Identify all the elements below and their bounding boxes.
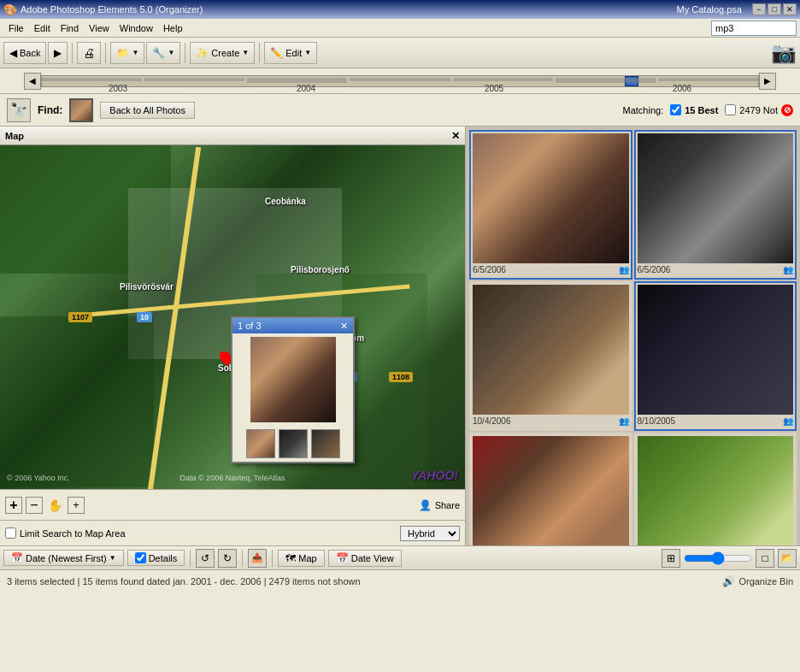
popup-thumb-2[interactable] — [279, 429, 308, 458]
photo-date-2: 6/5/2006 — [638, 265, 671, 274]
zoom-in-button[interactable]: + — [5, 497, 22, 514]
photo-item-4[interactable]: 8/10/2005 👥 — [634, 281, 797, 431]
popup-close-button[interactable]: ✕ — [340, 321, 348, 332]
maximize-button[interactable]: □ — [768, 3, 781, 15]
close-button[interactable]: ✕ — [783, 3, 797, 15]
not-count: 2479 Not — [739, 105, 778, 115]
menu-find[interactable]: Find — [56, 21, 84, 35]
share-area[interactable]: 👤 Share — [419, 499, 460, 511]
photo-date-3: 10/4/2006 — [473, 416, 511, 426]
single-view-button[interactable]: □ — [756, 549, 774, 568]
details-checkbox-input[interactable] — [135, 552, 146, 563]
timeline: ◀ ▶ 2003 2004 2005 2006 — [0, 68, 800, 94]
menu-file[interactable]: File — [3, 21, 29, 35]
photo-date-1: 6/5/2006 — [473, 265, 506, 274]
popup-title: 1 of 3 — [238, 321, 262, 331]
map-label-pilisborosjeno: Pilisborosjenő — [291, 265, 350, 274]
back-arrow-icon: ◀ — [9, 47, 17, 59]
zoom-slider[interactable] — [684, 551, 752, 565]
popup-thumbnails — [232, 426, 353, 462]
toolbar: ◀ Back ▶ 🖨 📁 ▼ 🔧 ▼ ✨ Create ▼ ✏️ Edit ▼ … — [0, 38, 800, 68]
minimize-button[interactable]: − — [752, 3, 766, 15]
popup-main-photo[interactable] — [250, 337, 336, 422]
not-match-item[interactable]: 2479 Not ⊘ — [725, 104, 793, 116]
organize-icon: 📁 — [116, 47, 129, 59]
popup-thumb-3[interactable] — [311, 429, 340, 458]
menu-view[interactable]: View — [84, 21, 115, 35]
photo-thumb-6 — [638, 436, 794, 545]
map-popup: 1 of 3 ✕ — [231, 316, 355, 463]
grid-view-button[interactable]: ⊞ — [662, 549, 680, 568]
photo-thumb-4 — [638, 285, 794, 415]
pan-button[interactable]: ✋ — [46, 497, 64, 514]
edit-button[interactable]: ✏️ Edit ▼ — [264, 42, 317, 64]
photo-item-2[interactable]: 6/5/2006 👥 — [634, 130, 797, 280]
title-text: Adobe Photoshop Elements 5.0 (Organizer) — [21, 4, 677, 15]
photo-item-5[interactable]: 8/10/2005 👥 — [469, 433, 632, 545]
road-shield-10-left: 10 — [137, 312, 152, 322]
date-view-icon: 📅 — [336, 552, 349, 564]
map-header: Map ✕ — [0, 127, 465, 145]
back-button[interactable]: ◀ Back — [3, 42, 46, 64]
road-shield-1108: 1108 — [389, 372, 413, 382]
year-labels: 2003 2004 2005 2006 — [24, 84, 776, 93]
matching-label: Matching: — [623, 105, 664, 115]
map-label-pilisvorosvar: Pilisvörösvár — [120, 282, 174, 292]
photo-item-3[interactable]: 10/4/2006 👥 — [469, 281, 632, 431]
undo-button[interactable]: ↺ — [196, 549, 215, 568]
not-checkbox[interactable] — [725, 104, 736, 115]
photo-item-1[interactable]: 6/5/2006 👥 — [469, 130, 632, 280]
status-bar: 3 items selected | 15 items found dated … — [0, 569, 800, 592]
details-checkbox[interactable]: Details — [127, 550, 185, 566]
search-input[interactable] — [711, 21, 797, 36]
photo-date-4: 8/10/2005 — [638, 416, 676, 426]
add-pin-button[interactable]: + — [68, 497, 85, 514]
share-icon: 👤 — [419, 499, 432, 511]
back-to-all-photos-button[interactable]: Back to All Photos — [100, 102, 195, 119]
limit-search-label: Limit Search to Map Area — [20, 528, 126, 539]
photo-thumb-1 — [473, 133, 629, 263]
people-icon-1: 👥 — [619, 265, 629, 274]
organize-button[interactable]: 📁 ▼ — [110, 42, 144, 64]
popup-header: 1 of 3 ✕ — [232, 318, 353, 333]
menu-edit[interactable]: Edit — [29, 21, 56, 35]
zoom-out-button[interactable]: − — [26, 497, 43, 514]
redo-button[interactable]: ↻ — [218, 549, 237, 568]
people-icon-4: 👥 — [783, 416, 793, 426]
popup-thumb-1[interactable] — [246, 429, 275, 458]
sort-arrow: ▼ — [109, 554, 116, 562]
map-image[interactable]: Ceobánka Pilisvörösvár Pilisborosjenő Ür… — [0, 145, 465, 489]
details-label: Details — [149, 553, 178, 563]
limit-search-checkbox[interactable]: Limit Search to Map Area — [5, 528, 126, 539]
fix-button[interactable]: 🔧 ▼ — [146, 42, 180, 64]
sort-dropdown[interactable]: 📅 Date (Newest First) ▼ — [3, 550, 124, 566]
fix-icon: 🔧 — [152, 47, 165, 59]
best-match-checkbox[interactable]: 15 Best — [670, 104, 718, 115]
best-checkbox[interactable] — [670, 104, 681, 115]
menu-window[interactable]: Window — [115, 21, 158, 35]
map-panel: Map ✕ Ceobánka Pilisvörösvár Pilisborosj… — [0, 127, 466, 545]
find-thumbnail — [69, 98, 93, 122]
instant-share-button[interactable]: 📤 — [248, 549, 267, 568]
create-button[interactable]: ✨ Create ▼ — [190, 42, 255, 64]
status-text: 3 items selected | 15 items found dated … — [7, 576, 361, 587]
hybrid-select[interactable]: Hybrid Map Satellite — [400, 526, 460, 541]
forward-button[interactable]: ▶ — [48, 42, 68, 64]
forward-arrow-icon: ▶ — [54, 47, 62, 59]
toolbar-sep-4 — [259, 43, 260, 63]
speaker-icon: 🔊 — [722, 575, 735, 587]
date-view-button[interactable]: 📅 Date View — [328, 550, 402, 567]
limit-checkbox-input[interactable] — [5, 528, 16, 539]
photos-panel[interactable]: 6/5/2006 👥 6/5/2006 👥 — [466, 127, 800, 545]
map-button[interactable]: 🗺 Map — [278, 550, 324, 567]
menu-help[interactable]: Help — [158, 21, 188, 35]
organize-bin-button[interactable]: 📂 — [778, 549, 797, 568]
photo-item-6[interactable]: 25/9/2005 👥 — [634, 433, 797, 545]
share-label: Share — [435, 500, 460, 510]
map-btn-label: Map — [298, 553, 316, 563]
organize-bin-label[interactable]: Organize Bin — [738, 576, 793, 587]
year-2005: 2005 — [485, 84, 503, 93]
print-button[interactable]: 🖨 — [77, 42, 101, 64]
map-close-button[interactable]: ✕ — [451, 130, 460, 142]
photo-info-3: 10/4/2006 👥 — [473, 415, 629, 427]
